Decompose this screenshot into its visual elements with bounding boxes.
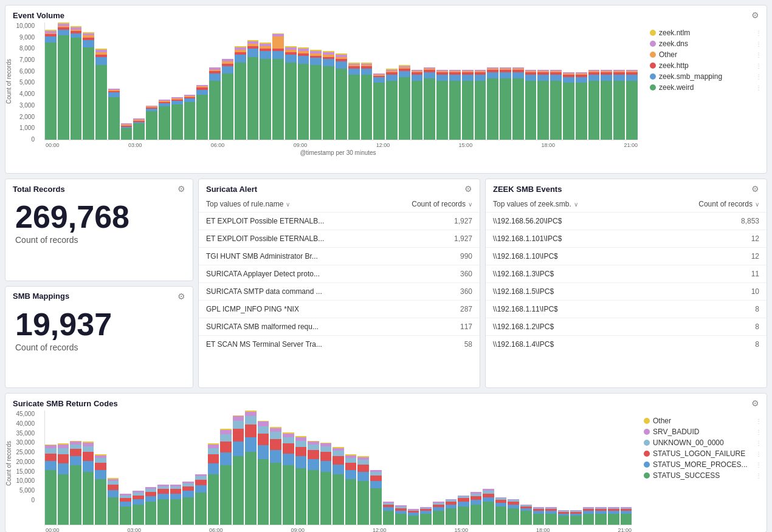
legend-dots-other[interactable]: ⋮ [756, 52, 762, 58]
smb-bar-segment [270, 432, 281, 439]
bar-segment [601, 81, 612, 140]
bar-segment [209, 81, 221, 140]
smb-mappings-gear-icon[interactable]: ⚙ [177, 292, 185, 301]
total-records-gear-icon[interactable]: ⚙ [177, 184, 185, 194]
bar-group [285, 46, 297, 140]
event-volume-chart-body: Count of records 00:00 03:00 06:00 09:00… [38, 22, 638, 154]
smb-bar-segment [58, 454, 69, 463]
table-row[interactable]: ET SCAN MS Terminal Server Tra...58 [199, 336, 480, 353]
bar-segment [71, 38, 82, 140]
smb-bar-segment [95, 458, 106, 463]
smb-dots-other[interactable]: ⋮ [756, 418, 762, 425]
suricata-title: Suricata Alert [206, 185, 257, 194]
table-row[interactable]: SURICATA SMB malformed requ...117 [199, 318, 480, 336]
smb-bar-group [270, 427, 281, 525]
smb-dots-unknown[interactable]: ⋮ [756, 440, 762, 446]
bar-segment [373, 83, 385, 140]
table-row[interactable]: SURICATA Applayer Detect proto...360 [199, 265, 480, 283]
smb-return-x-labels: 00:00 03:00 06:00 09:00 12:00 15:00 18:0… [44, 525, 632, 533]
legend-dots-dns[interactable]: ⋮ [756, 41, 762, 47]
smb-dots-logon[interactable]: ⋮ [756, 451, 762, 457]
bar-segment [121, 128, 133, 140]
smb-bar-segment [345, 458, 357, 463]
legend-dot-weird [650, 84, 656, 90]
smb-legend-more: STATUS_MORE_PROCES... ⋮ [644, 460, 762, 469]
table-row[interactable]: GPL ICMP_INFO PING *NIX287 [199, 301, 480, 318]
smb-bar-segment [245, 416, 257, 425]
smb-bar-group [621, 507, 632, 525]
smb-bar-segment [370, 481, 382, 488]
smb-bar-segment [220, 452, 232, 465]
zeek-col-right-chevron[interactable]: ∨ [755, 201, 759, 208]
smb-mappings-panel: SMB Mappings ⚙ 19,937 Count of records [5, 286, 193, 389]
smb-bar-segment [58, 474, 69, 525]
smb-dots-more[interactable]: ⋮ [756, 462, 762, 468]
smb-mappings-title: SMB Mappings [13, 292, 69, 301]
smb-bar-segment [258, 434, 269, 446]
bar-segment [71, 33, 82, 38]
smb-bar-group [70, 441, 81, 525]
row-count: 8 [755, 340, 759, 349]
smb-bar-group [95, 454, 106, 525]
row-count: 287 [460, 305, 472, 313]
suricata-col-left-chevron[interactable]: ∨ [286, 201, 290, 208]
smb-bar-segment [182, 491, 194, 497]
legend-dots-smb[interactable]: ⋮ [756, 73, 762, 80]
suricata-col-left-label: Top values of rule.name [206, 200, 283, 208]
zeek-col-left-chevron[interactable]: ∨ [574, 201, 578, 208]
table-row[interactable]: TGI HUNT SMB Administrator Br...990 [199, 248, 480, 265]
smb-return-title: Suricate SMB Return Codes [13, 399, 118, 408]
table-row[interactable]: \\192.168.1.3\IPC$11 [486, 265, 767, 283]
smb-bar-group [83, 442, 94, 525]
row-name: \\192.168.56.20\IPC$ [493, 217, 741, 225]
table-row[interactable]: \\192.168.1.5\IPC$10 [486, 283, 767, 301]
smb-dots-baduid[interactable]: ⋮ [756, 429, 762, 435]
table-row[interactable]: ET EXPLOIT Possible ETERNALB...1,927 [199, 230, 480, 248]
smb-dots-success[interactable]: ⋮ [756, 472, 762, 479]
suricata-gear-icon[interactable]: ⚙ [464, 184, 472, 194]
smb-bar-segment [295, 447, 307, 456]
legend-dots-weird[interactable]: ⋮ [756, 84, 762, 91]
bar-segment [386, 81, 398, 140]
smb-bar-segment [470, 500, 482, 505]
smb-bar-group [220, 429, 232, 525]
table-row[interactable]: \\192.168.1.10\IPC$12 [486, 248, 767, 265]
table-row[interactable]: \\192.168.1.2\IPC$8 [486, 318, 767, 336]
table-row[interactable]: \\192.168.56.20\IPC$8,853 [486, 213, 767, 230]
legend-dots-http[interactable]: ⋮ [756, 63, 762, 69]
bar-group [260, 43, 271, 140]
smb-bar-group [258, 421, 269, 525]
smb-bar-group [608, 507, 619, 525]
table-row[interactable]: SURICATA SMTP data command ...360 [199, 283, 480, 301]
table-row[interactable]: \\192.168.1.4\IPC$8 [486, 336, 767, 353]
zeek-col-left-label: Top values of zeek.smb. [493, 200, 571, 208]
suricata-col-right-chevron[interactable]: ∨ [468, 201, 472, 208]
smb-bar-segment [233, 456, 244, 525]
smb-return-gear-icon[interactable]: ⚙ [751, 398, 759, 408]
smb-bar-segment [195, 493, 207, 525]
smb-bar-segment [458, 502, 469, 506]
smb-bar-segment [83, 452, 94, 461]
bar-segment [323, 59, 334, 66]
bar-segment [361, 69, 373, 75]
smb-bar-segment [558, 516, 570, 525]
smb-bar-segment [245, 412, 257, 417]
table-row[interactable]: ET EXPLOIT Possible ETERNALB...1,927 [199, 213, 480, 230]
bar-segment [171, 104, 183, 140]
row-name: SURICATA SMB malformed requ... [206, 322, 437, 331]
legend-dot-ntlm [650, 30, 656, 36]
table-row[interactable]: \\192.168.1.101\IPC$12 [486, 230, 767, 248]
table-row[interactable]: \\192.168.1.11\IPC$8 [486, 301, 767, 318]
event-volume-title: Event Volume [13, 11, 64, 20]
legend-dots-ntlm[interactable]: ⋮ [756, 30, 762, 36]
zeek-gear-icon[interactable]: ⚙ [751, 184, 759, 194]
smb-bar-group [58, 443, 69, 525]
bar-group [537, 70, 549, 140]
event-volume-gear-icon[interactable]: ⚙ [751, 10, 759, 20]
bar-segment [613, 81, 625, 140]
bar-segment [348, 69, 360, 75]
smb-bar-group [420, 507, 432, 525]
bar-group [222, 59, 233, 140]
bar-group [298, 47, 309, 140]
smb-bar-group [595, 507, 607, 525]
